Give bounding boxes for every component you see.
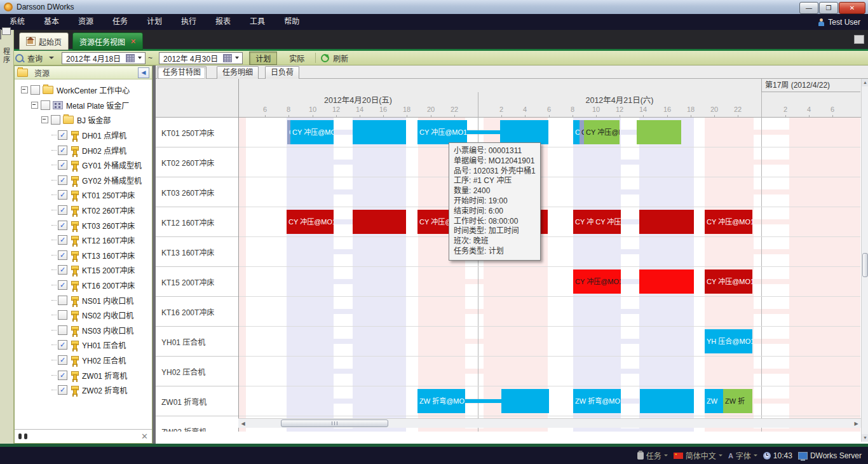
task-bar[interactable]: C — [580, 120, 584, 144]
minimize-button[interactable]: — — [799, 2, 818, 14]
task-bar[interactable]: CY 冲压@MO12041901 — [417, 120, 467, 144]
tree-item-YH01[interactable]: ✓YH01 压合机 — [15, 338, 152, 353]
calendar-icon[interactable] — [223, 54, 232, 62]
date-to-field[interactable]: 2012年 4月30日 — [159, 52, 243, 64]
task-bar[interactable]: CY 冲压@MO12041903 — [573, 270, 621, 294]
gantt-row-label-ZW02[interactable]: ZW02 折弯机 — [156, 416, 238, 432]
vertical-scroll-thumb[interactable] — [862, 253, 868, 277]
menu-item-2[interactable]: 资源 — [69, 17, 103, 26]
actual-toggle-button[interactable]: 实际 — [283, 52, 310, 64]
tab-resource-task-view[interactable]: 资源任务视图 ✕ — [72, 32, 143, 50]
status-item-任务[interactable]: 任务 — [637, 450, 668, 461]
scroll-left-icon[interactable]: ◀ — [239, 420, 247, 428]
query-dropdown-icon[interactable] — [49, 57, 54, 59]
chevron-down-icon[interactable] — [664, 454, 668, 456]
checkbox[interactable]: ✓ — [58, 221, 67, 230]
checkbox[interactable]: ✓ — [58, 160, 67, 170]
menu-item-4[interactable]: 计划 — [137, 17, 172, 26]
tree-item-KT13[interactable]: ✓KT13 160T冲床 — [15, 248, 152, 263]
task-bar[interactable]: ZW 折 — [723, 389, 752, 413]
dock-program-label[interactable]: 程序 — [3, 48, 11, 64]
checkbox[interactable]: ✓ — [58, 340, 67, 350]
date-from-field[interactable]: 2012年 4月18日 — [62, 52, 146, 64]
tab-daily-load[interactable]: 日负荷 — [265, 66, 299, 79]
checkbox[interactable]: ✓ — [58, 175, 67, 185]
checkbox[interactable] — [58, 325, 67, 335]
status-item-DWorks Server[interactable]: DWorks Server — [798, 451, 862, 460]
maximize-button[interactable]: ❐ — [819, 2, 838, 14]
tree-item-NS03[interactable]: NS03 内收口机 — [15, 323, 152, 338]
tree-item-Metal[interactable]: Metal Plate 钣金厂 — [15, 98, 152, 113]
close-button[interactable]: ✕ — [839, 2, 865, 14]
checkbox[interactable]: ✓ — [58, 280, 67, 290]
tree-item-ZW01[interactable]: ✓ZW01 折弯机 — [15, 367, 152, 383]
close-tab-icon[interactable]: ✕ — [130, 38, 136, 46]
checkbox[interactable]: ✓ — [58, 265, 67, 275]
date-to-dropdown-icon[interactable] — [235, 57, 239, 59]
checkbox[interactable]: ✓ — [58, 130, 67, 140]
vertical-scrollbar[interactable]: ▲ ▼ — [861, 79, 868, 442]
expand-toggle-icon[interactable] — [31, 102, 38, 109]
menu-item-1[interactable]: 基本 — [34, 17, 69, 26]
scroll-down-icon[interactable]: ▼ — [862, 434, 868, 442]
tree-item-NS01[interactable]: NS01 内收口机 — [15, 292, 152, 308]
gantt-row-label-KT01[interactable]: KT01 250T冲床 — [156, 118, 238, 147]
checkbox[interactable] — [51, 115, 60, 125]
menu-item-6[interactable]: 报表 — [206, 17, 240, 26]
plan-toggle-button[interactable]: 计划 — [249, 51, 277, 65]
checkbox[interactable]: ✓ — [58, 385, 67, 395]
task-bar[interactable]: ZW 折弯@MO12041901 — [573, 389, 621, 413]
gantt-row-label-YH02[interactable]: YH02 压合机 — [156, 357, 238, 386]
tree-item-DH01[interactable]: ✓DH01 点焊机 — [15, 128, 152, 143]
collapse-panel-button[interactable]: ◀ — [138, 67, 149, 78]
checkbox[interactable]: ✓ — [58, 235, 67, 245]
query-button[interactable]: 查询 — [27, 53, 43, 64]
task-bar[interactable]: ZW — [705, 389, 723, 413]
pinned-panels-icon[interactable] — [0, 29, 1, 39]
tree-item-KT15[interactable]: ✓KT15 200T冲床 — [15, 263, 152, 278]
task-bar[interactable] — [500, 120, 548, 144]
status-item-10:43[interactable]: 10:43 — [763, 451, 792, 460]
tab-task-detail[interactable]: 任务明细 — [217, 66, 259, 79]
tree-item-KT16[interactable]: ✓KT16 200T冲床 — [15, 278, 152, 293]
refresh-button[interactable]: 刷新 — [333, 53, 348, 64]
tree-item-NS02[interactable]: NS02 内收口机 — [15, 308, 152, 323]
scroll-right-icon[interactable]: ▶ — [852, 420, 860, 428]
tree-item-KT12[interactable]: ✓KT12 160T冲床 — [15, 233, 152, 248]
checkbox[interactable]: ✓ — [58, 146, 67, 155]
checkbox[interactable]: ✓ — [58, 250, 67, 260]
horizontal-scroll-thumb[interactable] — [281, 420, 388, 427]
gantt-row-label-YH01[interactable]: YH01 压合机 — [156, 327, 238, 357]
chevron-down-icon[interactable] — [719, 454, 722, 456]
tree-item-KT02[interactable]: ✓KT02 260T冲床 — [15, 203, 152, 218]
task-bar[interactable]: ZW 折弯@MO12041901 — [417, 389, 465, 413]
checkbox[interactable] — [41, 100, 50, 110]
tab-task-gantt[interactable]: 任务甘特图 — [157, 66, 207, 80]
task-bar[interactable]: CY 冲压@MO12041904 — [287, 210, 334, 234]
window-list-icon[interactable] — [854, 35, 864, 44]
tree-item-DH02[interactable]: ✓DH02 点焊机 — [15, 142, 152, 158]
task-bar[interactable]: CY 冲 CY 冲压@MO12041904 — [573, 210, 621, 234]
menu-item-7[interactable]: 工具 — [240, 17, 275, 26]
task-bar[interactable] — [353, 210, 406, 234]
find-icon[interactable] — [18, 433, 27, 439]
tree-item-YH02[interactable]: ✓YH02 压合机 — [15, 353, 152, 368]
task-bar[interactable]: YH 压合@MO1 — [705, 329, 752, 353]
checkbox[interactable] — [58, 310, 67, 320]
checkbox[interactable] — [31, 85, 40, 95]
gantt-row-label-KT12[interactable]: KT12 160T冲床 — [156, 207, 238, 237]
menu-item-5[interactable]: 执行 — [172, 17, 206, 26]
chevron-down-icon[interactable] — [754, 454, 757, 456]
tab-start-page[interactable]: 起始页 — [19, 32, 69, 50]
task-bar[interactable]: CY 冲压@MO1 — [705, 210, 752, 234]
gantt-row-label-KT15[interactable]: KT15 200T冲床 — [156, 267, 238, 297]
tree-item-GY02[interactable]: ✓GY02 外桶成型机 — [15, 173, 152, 188]
task-bar[interactable] — [640, 389, 694, 413]
checkbox[interactable]: ✓ — [58, 190, 67, 200]
task-bar[interactable] — [465, 399, 501, 403]
tree-item-BJ[interactable]: BJ 钣金部 — [15, 113, 152, 128]
gantt-row-label-ZW01[interactable]: ZW01 折弯机 — [156, 386, 238, 416]
tree-item-WorkCenter[interactable]: WorkCenter 工作中心 — [15, 83, 152, 98]
task-bar[interactable]: CY 冲压@MO12041902 — [584, 120, 620, 144]
task-bar[interactable] — [639, 270, 694, 294]
